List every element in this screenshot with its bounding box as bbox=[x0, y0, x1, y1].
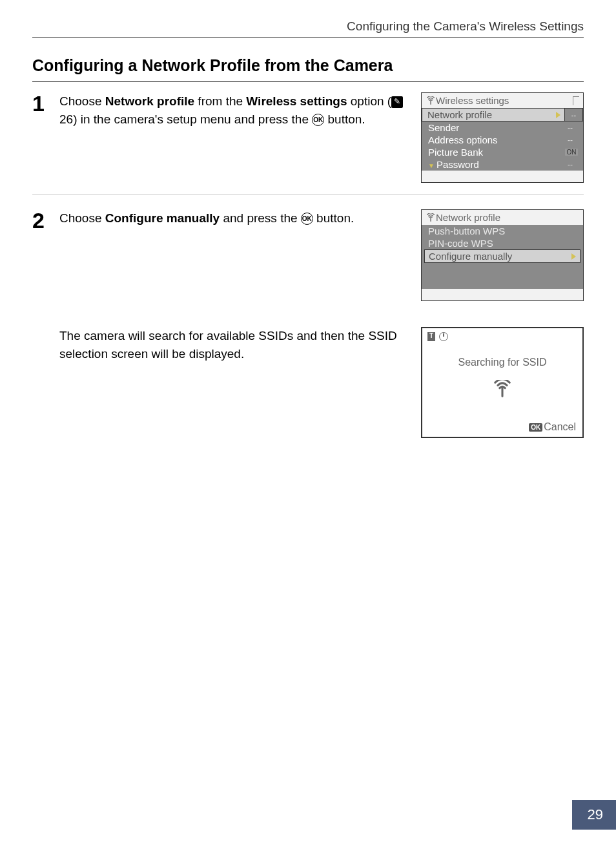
menu-item: Address options -- bbox=[422, 134, 583, 146]
text: button. bbox=[313, 211, 354, 225]
wireless-icon bbox=[426, 213, 436, 222]
corner-icon bbox=[573, 96, 579, 105]
menu-label: Sender bbox=[428, 122, 459, 133]
arrow-right-icon bbox=[556, 112, 560, 118]
menu-item-selected: Network profile -- bbox=[422, 108, 583, 121]
step-2-text: Choose Configure manually and press the … bbox=[59, 209, 416, 227]
cancel-label: Cancel bbox=[544, 421, 576, 433]
text: Choose bbox=[59, 94, 105, 108]
menu-label: Push-button WPS bbox=[428, 225, 505, 236]
menu-label: Picture Bank bbox=[428, 147, 483, 158]
clock-icon bbox=[439, 332, 448, 341]
step-1: 1 Choose Network profile from the Wirele… bbox=[32, 92, 584, 195]
step-number: 1 bbox=[32, 92, 59, 114]
bold-text: Wireless settings bbox=[246, 94, 347, 108]
scroll-down-icon: ▼ bbox=[428, 162, 435, 169]
menu-label: Password bbox=[436, 159, 479, 170]
text: button. bbox=[324, 112, 365, 126]
camera-screen-2: Network profile Push-button WPS PIN-code… bbox=[421, 209, 584, 301]
step-number: 2 bbox=[32, 209, 59, 231]
screen-footer bbox=[422, 289, 583, 300]
menu-value: ON bbox=[565, 149, 578, 156]
ok-button-icon: OK bbox=[301, 213, 313, 225]
menu-value: -- bbox=[565, 108, 583, 121]
bold-text: Network profile bbox=[105, 94, 194, 108]
camera-screen-1: Wireless settings Network profile -- Sen… bbox=[421, 92, 584, 183]
camera-screen-3: Searching for SSID OK Cancel bbox=[421, 327, 584, 438]
menu-body: Network profile -- Sender -- Address opt… bbox=[422, 108, 583, 171]
menu-label: Address options bbox=[428, 134, 498, 145]
text: ) in the camera's setup menu and press t… bbox=[73, 112, 312, 126]
t-icon bbox=[427, 332, 435, 341]
text: Choose bbox=[59, 211, 105, 225]
screen-header: Wireless settings bbox=[422, 93, 583, 108]
menu-body: Push-button WPS PIN-code WPS Configure m… bbox=[422, 225, 583, 289]
menu-item: Push-button WPS bbox=[422, 225, 583, 237]
cancel-action: OK Cancel bbox=[529, 421, 576, 433]
menu-label: Network profile bbox=[427, 109, 492, 120]
menu-label: PIN-code WPS bbox=[428, 238, 493, 249]
menu-value: -- bbox=[562, 123, 578, 132]
menu-value: -- bbox=[562, 160, 578, 169]
reference-icon: ✎ bbox=[391, 96, 403, 108]
menu-item: Sender -- bbox=[422, 121, 583, 134]
screen-title: Network profile bbox=[436, 212, 500, 223]
page-header: Configuring the Camera's Wireless Settin… bbox=[32, 19, 584, 38]
screen-footer bbox=[422, 171, 583, 182]
screen-title: Wireless settings bbox=[436, 95, 509, 106]
ok-badge-icon: OK bbox=[529, 423, 542, 432]
menu-item: PIN-code WPS bbox=[422, 237, 583, 249]
menu-item: Picture Bank ON bbox=[422, 146, 583, 158]
ok-button-icon: OK bbox=[312, 114, 324, 126]
wireless-searching-icon bbox=[427, 380, 577, 403]
searching-message: Searching for SSID bbox=[427, 357, 577, 368]
section-title: Configuring a Network Profile from the C… bbox=[32, 56, 584, 82]
text: and press the bbox=[220, 211, 301, 225]
text: from the bbox=[194, 94, 246, 108]
menu-label: Configure manually bbox=[429, 251, 512, 262]
menu-value: -- bbox=[562, 136, 578, 145]
page-number: 29 bbox=[572, 800, 616, 830]
arrow-right-icon bbox=[571, 253, 576, 260]
step-1-text: Choose Network profile from the Wireless… bbox=[59, 92, 416, 128]
step-2: 2 Choose Configure manually and press th… bbox=[32, 209, 584, 313]
bold-text: Configure manually bbox=[105, 211, 220, 225]
reference-number: 26 bbox=[59, 112, 73, 126]
substep: . The camera will search for available S… bbox=[32, 327, 584, 438]
screen-header: Network profile bbox=[422, 210, 583, 225]
wireless-icon bbox=[426, 96, 436, 105]
menu-item: ▼Password -- bbox=[422, 158, 583, 171]
substep-text: The camera will search for available SSI… bbox=[59, 327, 416, 438]
screen-status-bar bbox=[427, 332, 577, 341]
menu-item-selected: Configure manually bbox=[424, 249, 580, 263]
text: option ( bbox=[347, 94, 391, 108]
